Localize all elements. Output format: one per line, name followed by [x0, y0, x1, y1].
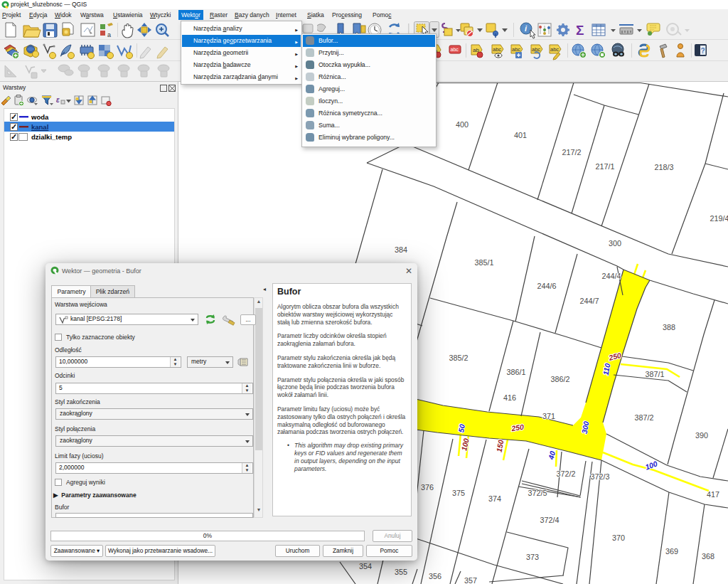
svg-text:374: 374: [488, 494, 501, 503]
svg-text:355: 355: [395, 568, 407, 576]
svg-text:386/1: 386/1: [506, 368, 525, 376]
svg-text:abc: abc: [550, 46, 559, 53]
svg-text:?: ?: [701, 47, 705, 55]
svg-text:385/1: 385/1: [474, 258, 493, 267]
svg-text:417: 417: [707, 490, 719, 499]
svg-text:372/5: 372/5: [528, 489, 547, 497]
svg-text:372/3: 372/3: [590, 472, 609, 481]
svg-text:244/4: 244/4: [601, 272, 621, 280]
svg-text:388: 388: [663, 323, 675, 331]
svg-text:401: 401: [514, 131, 527, 139]
svg-text:Σ: Σ: [576, 23, 584, 38]
svg-text:390: 390: [695, 431, 708, 440]
svg-text:354: 354: [359, 562, 372, 570]
svg-text:ε: ε: [56, 96, 60, 104]
svg-text:a: a: [107, 31, 111, 38]
svg-text:375: 375: [452, 489, 465, 497]
svg-text:372/2: 372/2: [556, 469, 575, 478]
svg-text:387/1: 387/1: [645, 370, 664, 378]
svg-text:357: 357: [464, 576, 477, 584]
svg-text:abc: abc: [493, 46, 501, 53]
svg-text:217/2: 217/2: [562, 148, 581, 156]
svg-text:356: 356: [429, 572, 441, 580]
svg-text:369: 369: [665, 547, 678, 556]
svg-text:373: 373: [526, 553, 539, 561]
svg-text:abc: abc: [512, 46, 520, 53]
svg-text:218/3: 218/3: [654, 163, 673, 171]
svg-text:244/6: 244/6: [537, 282, 556, 290]
svg-text:244/7: 244/7: [579, 297, 599, 305]
svg-text:372/4: 372/4: [540, 516, 559, 524]
svg-text:300: 300: [609, 239, 621, 248]
svg-text:385/2: 385/2: [449, 354, 468, 362]
svg-text:371: 371: [542, 412, 555, 420]
svg-text:376: 376: [421, 483, 434, 492]
svg-text:217/1: 217/1: [595, 162, 614, 171]
svg-text:386/2: 386/2: [550, 375, 569, 383]
svg-text:370: 370: [612, 533, 625, 542]
svg-text:368: 368: [702, 552, 714, 561]
svg-text:416: 416: [503, 393, 516, 402]
svg-text:400: 400: [456, 120, 469, 129]
svg-text:384: 384: [395, 245, 407, 254]
svg-text:387/2: 387/2: [634, 413, 653, 422]
svg-text:219/4: 219/4: [710, 214, 728, 223]
svg-text:abc: abc: [451, 47, 459, 52]
svg-text:50: 50: [456, 423, 466, 433]
